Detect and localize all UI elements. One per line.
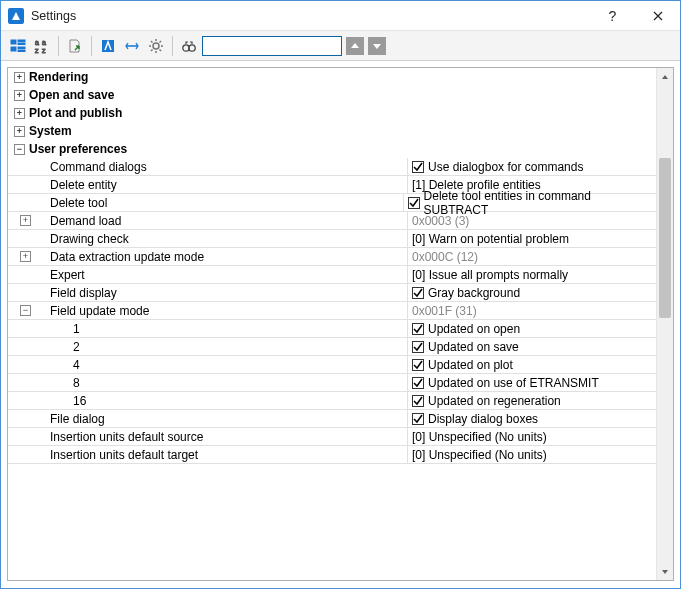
category-system[interactable]: +System [8, 122, 656, 140]
checkbox[interactable] [412, 359, 424, 371]
window-title: Settings [31, 9, 76, 23]
close-button[interactable] [635, 1, 680, 31]
scroll-thumb[interactable] [659, 158, 671, 318]
pref-label: Field update mode [50, 304, 149, 318]
pref-data-extraction[interactable]: +Data extraction update mode 0x000C (12) [8, 248, 656, 266]
checkbox[interactable] [412, 395, 424, 407]
bit-text: Updated on save [428, 340, 519, 354]
bit-label: 16 [73, 394, 86, 408]
scroll-down-icon[interactable] [657, 563, 673, 580]
category-label: User preferences [29, 142, 127, 156]
bit-label: 1 [73, 322, 80, 336]
pref-field-display[interactable]: Field display Gray background [8, 284, 656, 302]
search-prev-button[interactable] [346, 37, 364, 55]
pref-value: 0x000C (12) [412, 250, 478, 264]
pref-label: Insertion units default target [50, 448, 198, 462]
pref-value: Use dialogbox for commands [428, 160, 583, 174]
pref-label: Drawing check [50, 232, 129, 246]
bit-label: 8 [73, 376, 80, 390]
checkbox[interactable] [408, 197, 420, 209]
pref-demand-load[interactable]: +Demand load 0x0003 (3) [8, 212, 656, 230]
svg-line-17 [151, 41, 153, 43]
pref-label: Field display [50, 286, 117, 300]
bit-label: 2 [73, 340, 80, 354]
bit-text: Updated on plot [428, 358, 513, 372]
pref-label: Command dialogs [50, 160, 147, 174]
categorized-view-button[interactable] [7, 35, 29, 57]
category-user-preferences[interactable]: −User preferences [8, 140, 656, 158]
pref-drawing-check[interactable]: Drawing check [0] Warn on potential prob… [8, 230, 656, 248]
scroll-up-icon[interactable] [657, 68, 673, 85]
bit-text: Updated on open [428, 322, 520, 336]
expand-icon[interactable]: + [14, 72, 25, 83]
settings-tree[interactable]: +Rendering +Open and save +Plot and publ… [8, 68, 656, 580]
checkbox[interactable] [412, 413, 424, 425]
expand-icon[interactable]: + [20, 215, 31, 226]
pref-file-dialog[interactable]: File dialog Display dialog boxes [8, 410, 656, 428]
separator [91, 36, 92, 56]
svg-rect-3 [18, 40, 25, 42]
pref-value: [0] Warn on potential problem [412, 232, 569, 246]
category-open-save[interactable]: +Open and save [8, 86, 656, 104]
expand-icon[interactable]: + [14, 108, 25, 119]
collapse-icon[interactable]: − [20, 305, 31, 316]
pref-value: Display dialog boxes [428, 412, 538, 426]
toolbar: aazz [1, 31, 680, 61]
show-differences-button[interactable] [97, 35, 119, 57]
svg-rect-5 [18, 47, 25, 49]
pref-label: File dialog [50, 412, 105, 426]
pref-insertion-units-target[interactable]: Insertion units default target [0] Unspe… [8, 446, 656, 464]
pref-label: Insertion units default source [50, 430, 203, 444]
bit-text: Updated on use of ETRANSMIT [428, 376, 599, 390]
pref-delete-tool[interactable]: Delete tool Delete tool entities in comm… [8, 194, 656, 212]
svg-rect-4 [18, 43, 25, 45]
checkbox[interactable] [412, 323, 424, 335]
binoculars-icon[interactable] [178, 35, 200, 57]
checkbox[interactable] [412, 377, 424, 389]
export-button[interactable] [64, 35, 86, 57]
category-plot-publish[interactable]: +Plot and publish [8, 104, 656, 122]
svg-text:a: a [35, 39, 39, 46]
expand-icon[interactable]: + [20, 251, 31, 262]
titlebar: Settings ? [1, 1, 680, 31]
help-button[interactable]: ? [590, 1, 635, 31]
pref-label: Demand load [50, 214, 121, 228]
pref-field-update-bit[interactable]: 2 Updated on save [8, 338, 656, 356]
checkbox[interactable] [412, 341, 424, 353]
pref-label: Data extraction update mode [50, 250, 204, 264]
pref-insertion-units-source[interactable]: Insertion units default source [0] Unspe… [8, 428, 656, 446]
pref-field-update-mode[interactable]: −Field update mode 0x001F (31) [8, 302, 656, 320]
pref-value: [0] Unspecified (No units) [412, 430, 547, 444]
bit-label: 4 [73, 358, 80, 372]
alphabetic-view-button[interactable]: aazz [31, 35, 53, 57]
category-rendering[interactable]: +Rendering [8, 68, 656, 86]
gear-button[interactable] [145, 35, 167, 57]
pref-expert[interactable]: Expert [0] Issue all prompts normally [8, 266, 656, 284]
expand-icon[interactable]: + [14, 90, 25, 101]
pref-value: [0] Issue all prompts normally [412, 268, 568, 282]
svg-rect-6 [18, 50, 25, 52]
app-icon [7, 7, 25, 25]
expand-icon[interactable]: + [14, 126, 25, 137]
svg-rect-1 [11, 40, 16, 44]
pref-value: 0x001F (31) [412, 304, 477, 318]
svg-text:a: a [42, 39, 46, 46]
search-next-button[interactable] [368, 37, 386, 55]
scrollbar[interactable] [656, 68, 673, 580]
pref-command-dialogs[interactable]: Command dialogs Use dialogbox for comman… [8, 158, 656, 176]
restore-defaults-button[interactable] [121, 35, 143, 57]
checkbox[interactable] [412, 161, 424, 173]
checkbox[interactable] [412, 287, 424, 299]
pref-field-update-bit[interactable]: 8 Updated on use of ETRANSMIT [8, 374, 656, 392]
separator [58, 36, 59, 56]
category-label: System [29, 124, 72, 138]
pref-label: Delete entity [50, 178, 117, 192]
pref-value: 0x0003 (3) [412, 214, 469, 228]
collapse-icon[interactable]: − [14, 144, 25, 155]
search-input[interactable] [202, 36, 342, 56]
svg-point-12 [153, 43, 159, 49]
pref-field-update-bit[interactable]: 16 Updated on regeneration [8, 392, 656, 410]
pref-label: Expert [50, 268, 85, 282]
pref-field-update-bit[interactable]: 1 Updated on open [8, 320, 656, 338]
pref-field-update-bit[interactable]: 4 Updated on plot [8, 356, 656, 374]
